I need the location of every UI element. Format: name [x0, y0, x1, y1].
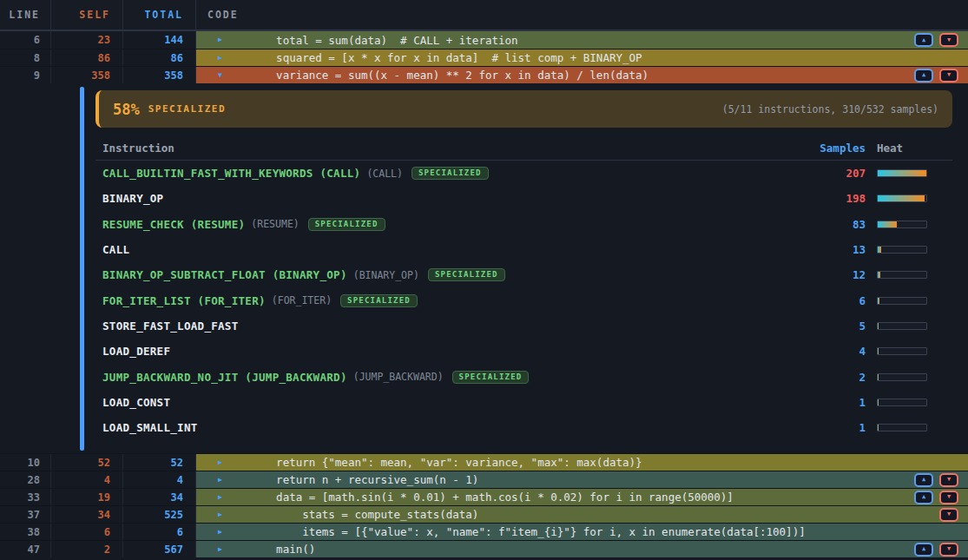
instruction-rows: CALL_BUILTIN_FAST_WITH_KEYWORDS (CALL)(C… — [95, 161, 952, 440]
heat-bar-track — [877, 194, 927, 202]
line-detail-section: 58% SPECIALIZED (5/11 instructions, 310/… — [0, 83, 968, 453]
expanded-indicator-line — [80, 87, 84, 451]
expand-icon[interactable]: ▶ — [218, 546, 222, 553]
nav-buttons: ▲▼ — [914, 69, 958, 82]
base-opcode: (FOR_ITER) — [272, 294, 332, 306]
code-text: squared = [x * x for x in data] # list c… — [196, 51, 642, 64]
code-cell[interactable]: ▼ variance = sum((x - mean) ** 2 for x i… — [196, 67, 968, 83]
heat-cell — [866, 221, 952, 228]
code-rows-top: 623144▶ total = sum(data) # CALL + itera… — [0, 31, 968, 83]
self-samples: 52 — [51, 454, 123, 471]
code-cell[interactable]: ▶ return n + recursive_sum(n - 1)▲▼ — [196, 471, 968, 488]
instruction-name: CALL_BUILTIN_FAST_WITH_KEYWORDS (CALL) — [102, 167, 360, 180]
code-text: items = [{"value": x, "name": f"item_{i}… — [196, 525, 806, 538]
jump-down-button[interactable]: ▼ — [939, 491, 958, 504]
line-number: 6 — [0, 31, 51, 49]
heat-cell — [866, 297, 952, 305]
code-line-row: 331934▶ data = [math.sin(i * 0.01) + mat… — [0, 488, 968, 505]
samples-count: 83 — [779, 218, 866, 231]
instruction-name-cell: LOAD_SMALL_INT — [95, 421, 779, 434]
instruction-name-cell: BINARY_OP_SUBTRACT_FLOAT (BINARY_OP)(BIN… — [95, 268, 779, 281]
expand-icon[interactable]: ▶ — [218, 511, 222, 518]
code-cell[interactable]: ▶ stats = compute_stats(data)▼ — [196, 506, 968, 523]
code-rows-bottom: 105252▶ return {"mean": mean, "var": var… — [0, 453, 968, 557]
specialized-badge: SPECIALIZED — [452, 371, 530, 384]
instruction-row: FOR_ITER_LIST (FOR_ITER)(FOR_ITER)SPECIA… — [95, 287, 952, 313]
code-cell[interactable]: ▶ return {"mean": mean, "var": variance,… — [196, 454, 968, 471]
instruction-row: BINARY_OP198 — [95, 186, 952, 211]
nav-buttons: ▲▼ — [914, 491, 958, 504]
column-header-total: TOTAL — [123, 0, 196, 30]
line-number: 28 — [0, 471, 51, 488]
expand-icon[interactable]: ▶ — [218, 477, 222, 484]
instruction-row: LOAD_DEREF4 — [95, 339, 952, 364]
jump-up-button[interactable]: ▲ — [914, 543, 933, 557]
samples-count: 1 — [779, 396, 866, 409]
jump-down-button[interactable]: ▼ — [939, 543, 958, 557]
column-header-samples: Samples — [779, 142, 866, 155]
heat-bar-track — [877, 246, 927, 254]
jump-up-button[interactable]: ▲ — [914, 69, 933, 82]
heat-bar-track — [877, 297, 927, 305]
code-cell[interactable]: ▶ data = [math.sin(i * 0.01) + math.cos(… — [196, 489, 968, 505]
line-number: 9 — [0, 67, 51, 83]
total-samples: 525 — [123, 506, 196, 523]
heat-bar-fill — [878, 221, 897, 227]
code-line-row: 623144▶ total = sum(data) # CALL + itera… — [0, 31, 968, 49]
heat-bar-fill — [878, 399, 879, 405]
jump-down-button[interactable]: ▼ — [939, 33, 958, 47]
base-opcode: (RESUME) — [251, 218, 299, 230]
samples-count: 207 — [779, 167, 866, 180]
instruction-name-cell: STORE_FAST_LOAD_FAST — [95, 320, 779, 333]
code-line-row: 3734525▶ stats = compute_stats(data)▼ — [0, 505, 968, 523]
expand-icon[interactable]: ▶ — [218, 55, 222, 62]
nav-buttons: ▲▼ — [914, 543, 958, 557]
total-samples: 86 — [123, 49, 196, 66]
code-cell[interactable]: ▶ items = [{"value": x, "name": f"item_{… — [196, 524, 968, 540]
heat-bar-fill — [878, 323, 879, 329]
code-line-row: 2844▶ return n + recursive_sum(n - 1)▲▼ — [0, 471, 968, 488]
heat-bar-fill — [878, 195, 925, 201]
specialized-badge: SPECIALIZED — [308, 218, 385, 231]
line-number: 8 — [0, 49, 51, 66]
code-cell[interactable]: ▶ main()▲▼ — [196, 541, 968, 557]
jump-down-button[interactable]: ▼ — [939, 473, 958, 487]
instruction-name-cell: CALL_BUILTIN_FAST_WITH_KEYWORDS (CALL)(C… — [95, 167, 779, 180]
specialized-label: SPECIALIZED — [148, 103, 226, 115]
heat-cell — [866, 399, 952, 406]
code-text: data = [math.sin(i * 0.01) + math.cos(i … — [196, 491, 734, 504]
instruction-row: STORE_FAST_LOAD_FAST5 — [95, 313, 952, 339]
expand-icon[interactable]: ▶ — [218, 459, 222, 466]
heat-cell — [866, 194, 952, 202]
instruction-row: LOAD_CONST1 — [95, 390, 952, 415]
heat-bar-fill — [878, 272, 880, 278]
heat-cell — [866, 373, 952, 381]
instruction-name: CALL — [102, 243, 129, 256]
code-line-row: 88686▶ squared = [x * x for x in data] #… — [0, 49, 968, 66]
code-cell[interactable]: ▶ squared = [x * x for x in data] # list… — [196, 49, 968, 66]
expand-icon[interactable]: ▶ — [218, 494, 222, 501]
jump-down-button[interactable]: ▼ — [939, 508, 958, 522]
self-samples: 6 — [51, 524, 123, 540]
expand-icon[interactable]: ▶ — [218, 36, 222, 43]
heat-bar-fill — [878, 374, 879, 380]
column-header-instruction: Instruction — [95, 142, 779, 155]
nav-buttons: ▲▼ — [914, 33, 958, 47]
base-opcode: (CALL) — [366, 168, 403, 180]
instruction-row: CALL13 — [95, 237, 952, 262]
instruction-name: RESUME_CHECK (RESUME) — [102, 218, 245, 231]
specialized-meta: (5/11 instructions, 310/532 samples) — [722, 103, 938, 115]
heat-bar-track — [877, 347, 927, 355]
expand-icon[interactable]: ▶ — [218, 529, 222, 536]
specialized-badge: SPECIALIZED — [340, 294, 418, 307]
jump-up-button[interactable]: ▲ — [914, 491, 933, 504]
jump-up-button[interactable]: ▲ — [914, 33, 933, 47]
heat-bar-fill — [878, 170, 926, 176]
collapse-icon[interactable]: ▼ — [218, 72, 222, 79]
heat-cell — [866, 347, 952, 355]
instruction-name: FOR_ITER_LIST (FOR_ITER) — [102, 294, 266, 307]
jump-down-button[interactable]: ▼ — [939, 69, 958, 82]
code-cell[interactable]: ▶ total = sum(data) # CALL + iteration▲▼ — [196, 31, 968, 49]
code-line-row: 105252▶ return {"mean": mean, "var": var… — [0, 453, 968, 471]
jump-up-button[interactable]: ▲ — [914, 473, 933, 487]
